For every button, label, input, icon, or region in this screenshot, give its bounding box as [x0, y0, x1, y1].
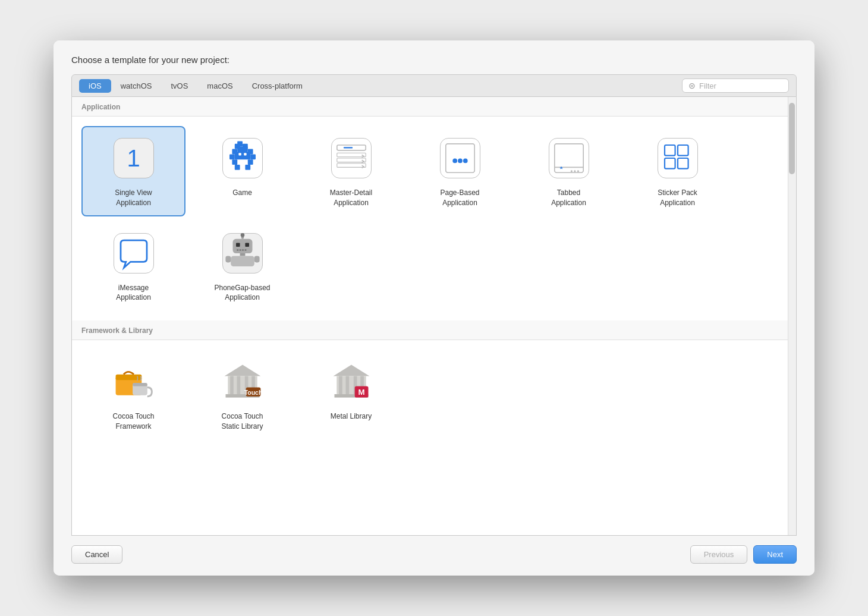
svg-rect-33 [678, 158, 688, 169]
single-view-icon: 1 [110, 134, 158, 182]
template-item-metal-library[interactable]: M Metal Library [299, 350, 403, 440]
cocoa-touch-static-icon: Touch [219, 358, 266, 406]
cocoa-touch-static-label: Cocoa TouchStatic Library [221, 411, 263, 432]
tab-ios[interactable]: iOS [79, 79, 111, 93]
section-header-application: Application [72, 97, 788, 117]
svg-rect-4 [237, 146, 248, 152]
svg-rect-38 [239, 249, 241, 250]
svg-rect-18 [336, 158, 365, 162]
svg-point-21 [452, 159, 457, 164]
cocoa-touch-framework-icon [110, 358, 158, 406]
filter-icon: ⊜ [688, 81, 696, 90]
template-item-game[interactable]: Game [190, 126, 294, 216]
svg-marker-51 [224, 365, 260, 376]
svg-text:M: M [358, 388, 364, 397]
svg-marker-26 [559, 166, 563, 169]
application-grid: 1 Single ViewApplication [72, 117, 788, 320]
content-area: Application 1 Single ViewApplication [71, 97, 797, 536]
framework-grid: Cocoa TouchFramework [72, 340, 788, 450]
svg-rect-40 [244, 249, 246, 250]
svg-point-23 [463, 159, 467, 164]
footer-left: Cancel [71, 545, 122, 564]
cocoa-touch-framework-label: Cocoa TouchFramework [113, 411, 155, 432]
phonegap-icon [219, 230, 266, 277]
svg-rect-8 [250, 154, 256, 159]
svg-rect-43 [225, 256, 231, 262]
template-item-single-view[interactable]: 1 Single ViewApplication [81, 126, 185, 216]
svg-rect-31 [678, 145, 688, 156]
svg-rect-37 [237, 249, 238, 250]
svg-rect-13 [238, 153, 241, 155]
sticker-pack-label: Sticker PackApplication [658, 188, 697, 208]
svg-rect-50 [133, 383, 147, 386]
single-view-label: Single ViewApplication [115, 188, 152, 208]
svg-rect-20 [445, 144, 474, 172]
svg-rect-17 [336, 153, 365, 157]
template-item-phonegap[interactable]: PhoneGap-basedApplication [190, 221, 294, 312]
dialog-header: Choose a template for your new project: [54, 40, 814, 74]
filter-placeholder: Filter [699, 81, 716, 90]
svg-rect-53 [230, 376, 234, 394]
svg-point-28 [574, 170, 575, 172]
svg-rect-24 [554, 144, 583, 172]
svg-rect-62 [339, 376, 342, 394]
scrollable-content[interactable]: Application 1 Single ViewApplication [72, 97, 796, 535]
tabbed-label: TabbedApplication [551, 188, 586, 208]
previous-button[interactable]: Previous [690, 545, 748, 564]
page-based-icon [436, 134, 484, 182]
section-header-framework: Framework & Library [72, 320, 788, 340]
game-icon [219, 134, 266, 182]
template-item-sticker-pack[interactable]: Sticker PackApplication [625, 126, 729, 216]
metal-library-label: Metal Library [331, 411, 372, 422]
svg-rect-1 [237, 141, 243, 146]
svg-rect-44 [254, 256, 259, 262]
svg-point-29 [577, 170, 578, 172]
template-item-master-detail[interactable]: Master-DetailApplication [299, 126, 403, 216]
tab-bar: iOS watchOS tvOS macOS Cross-platform ⊜ … [71, 74, 797, 97]
next-button[interactable]: Next [753, 545, 797, 564]
svg-text:Touch: Touch [244, 389, 262, 396]
metal-library-icon: M [328, 358, 375, 406]
scrollbar-track[interactable] [788, 97, 796, 535]
imessage-icon [110, 230, 158, 277]
filter-box[interactable]: ⊜ Filter [682, 78, 789, 93]
template-item-cocoa-touch-static[interactable]: Touch Cocoa TouchStatic Library [190, 350, 294, 440]
cancel-button[interactable]: Cancel [71, 545, 122, 564]
page-based-label: Page-BasedApplication [440, 188, 479, 208]
svg-rect-7 [234, 152, 250, 159]
svg-rect-41 [240, 253, 245, 256]
svg-rect-36 [245, 243, 249, 247]
svg-rect-54 [237, 376, 240, 394]
svg-rect-19 [336, 164, 365, 168]
svg-rect-42 [231, 256, 254, 266]
template-item-tabbed[interactable]: TabbedApplication [517, 126, 621, 216]
master-detail-label: Master-DetailApplication [330, 188, 372, 208]
template-item-cocoa-touch-framework[interactable]: Cocoa TouchFramework [81, 350, 185, 440]
svg-rect-6 [229, 154, 235, 159]
dialog-footer: Cancel Previous Next [54, 536, 814, 576]
svg-rect-63 [345, 376, 349, 394]
tabbed-icon [545, 134, 593, 182]
scrollbar-thumb[interactable] [789, 103, 795, 174]
tab-crossplatform[interactable]: Cross-platform [243, 79, 312, 93]
dialog-title: Choose a template for your new project: [71, 55, 229, 65]
template-item-imessage[interactable]: iMessageApplication [81, 221, 185, 312]
svg-point-27 [570, 170, 572, 172]
tab-macos[interactable]: macOS [197, 79, 242, 93]
footer-right: Previous Next [690, 545, 797, 564]
tab-bar-tabs: iOS watchOS tvOS macOS Cross-platform [79, 79, 682, 93]
svg-rect-34 [232, 238, 252, 253]
svg-rect-35 [236, 243, 240, 247]
sticker-pack-icon [654, 134, 702, 182]
template-item-page-based[interactable]: Page-BasedApplication [408, 126, 512, 216]
tab-watchos[interactable]: watchOS [111, 79, 162, 93]
svg-rect-32 [665, 158, 675, 169]
svg-rect-16 [343, 147, 352, 148]
game-label: Game [232, 188, 252, 198]
svg-rect-30 [665, 145, 675, 156]
new-project-dialog: Choose a template for your new project: … [54, 40, 814, 576]
tab-tvos[interactable]: tvOS [161, 79, 197, 93]
svg-point-22 [458, 159, 463, 164]
svg-point-46 [240, 232, 244, 237]
phonegap-label: PhoneGap-basedApplication [214, 283, 270, 303]
